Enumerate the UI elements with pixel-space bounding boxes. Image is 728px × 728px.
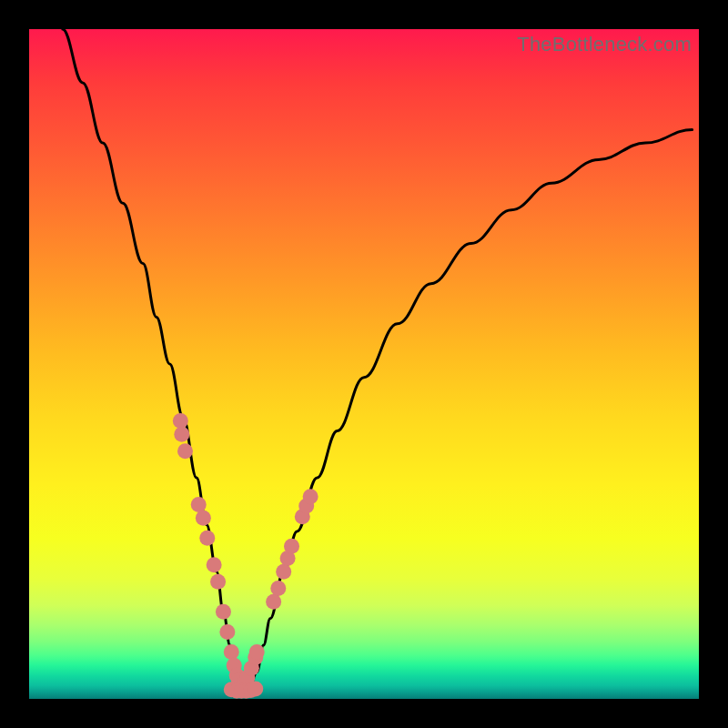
data-point [196, 511, 211, 526]
data-point [174, 427, 189, 442]
data-point [219, 624, 235, 640]
main-curve [63, 29, 693, 689]
data-point [276, 564, 291, 580]
data-point [224, 644, 239, 660]
data-point [248, 681, 263, 696]
chart-svg [29, 29, 699, 699]
data-point [199, 531, 215, 546]
curve-layer [63, 29, 693, 689]
dots-layer [173, 413, 318, 699]
plot-area: TheBottleneck.com [29, 29, 699, 699]
data-point [249, 644, 265, 660]
data-point [210, 574, 226, 590]
data-point [173, 413, 188, 429]
data-point [191, 497, 207, 512]
data-point [216, 604, 231, 620]
data-point [177, 443, 193, 459]
data-point [284, 539, 299, 554]
data-point [270, 581, 286, 596]
data-point [266, 594, 281, 610]
data-point [207, 557, 222, 572]
chart-frame: TheBottleneck.com [0, 0, 728, 728]
data-point [303, 489, 318, 504]
